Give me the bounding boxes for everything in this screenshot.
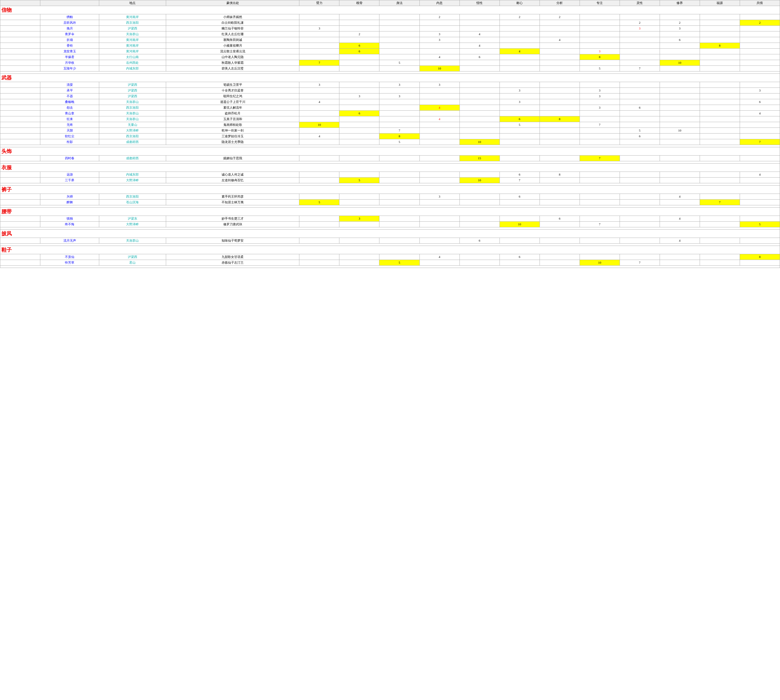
stat-共情: 6 — [740, 99, 780, 105]
item-location: 岳州西处 — [99, 60, 166, 65]
table-row: 清晏泸梁西笔砚生卫景平333 — [0, 82, 780, 88]
stat-共情 — [740, 105, 780, 110]
stat-内息 — [420, 48, 460, 54]
stat-悟性 — [460, 20, 500, 25]
stat-臂力 — [299, 93, 339, 99]
stat-专注 — [580, 31, 620, 37]
item-name: 挽月 — [40, 25, 99, 31]
item-name: 怜芳草 — [40, 260, 99, 265]
row-index — [0, 139, 40, 145]
stat-内息 — [420, 221, 460, 227]
stat-耐心 — [500, 43, 540, 48]
item-source: 塞陶朱田则诚 — [166, 37, 299, 43]
stat-臂力: 4 — [299, 133, 339, 139]
stat-共情 — [740, 25, 780, 31]
stat-内息: 3 — [420, 82, 460, 88]
stat-灵性 — [620, 43, 660, 48]
row-index — [0, 238, 40, 243]
table-row: 青罗伞关洛群山红美人左丘红珊234 — [0, 31, 780, 37]
stat-根骨: 3 — [339, 216, 379, 221]
stat-耐心: 3 — [500, 99, 540, 105]
stat-福源 — [700, 193, 740, 199]
stat-共情: 8 — [740, 254, 780, 260]
stat-福源 — [700, 37, 740, 43]
row-index — [0, 37, 40, 43]
stat-专注: 3 — [580, 48, 620, 54]
stat-内息 — [420, 20, 460, 25]
stat-耐心: 6 — [500, 172, 540, 177]
stat-共情 — [740, 260, 780, 265]
item-location: 关洛群山 — [99, 99, 166, 105]
stat-悟性 — [460, 110, 500, 116]
stat-专注 — [580, 20, 620, 25]
stat-内息 — [420, 216, 460, 221]
stat-悟性: 4 — [460, 43, 500, 48]
stat-悟性 — [460, 82, 500, 88]
stat-灵性 — [620, 221, 660, 227]
stat-分析 — [540, 221, 580, 227]
stat-福源 — [700, 105, 740, 110]
stat-悟性 — [460, 37, 500, 43]
item-name: 怨去 — [40, 105, 99, 110]
stat-根骨 — [339, 20, 379, 25]
stat-专注: 8 — [580, 54, 620, 60]
stat-根骨 — [339, 37, 379, 43]
stat-福源 — [700, 60, 740, 65]
row-index — [0, 31, 40, 37]
item-name: 桑榆晚 — [40, 99, 99, 105]
stat-悟性 — [460, 133, 500, 139]
stat-修养 — [660, 88, 700, 93]
stat-悟性 — [460, 172, 500, 177]
stat-共情: 4 — [740, 172, 780, 177]
stat-内息 — [420, 88, 460, 93]
column-header-10: 分析 — [540, 0, 580, 6]
item-name: 清晏 — [40, 82, 99, 88]
stat-灵性: 7 — [620, 260, 660, 265]
item-source: 玉真子言清和 — [166, 116, 299, 122]
stat-身法 — [379, 116, 420, 122]
item-name: 衔影 — [40, 139, 99, 145]
stat-根骨: 2 — [339, 31, 379, 37]
stat-悟性 — [460, 216, 500, 221]
table-row: 流月无声关洛群山知味仙子荀梦安64 — [0, 238, 780, 243]
stat-臂力 — [299, 155, 339, 161]
row-index — [0, 82, 40, 88]
table-row: 怨去西京洛阳素弦人解流年436 — [0, 105, 780, 110]
stat-修养 — [660, 122, 700, 128]
stat-修养 — [660, 177, 700, 183]
table-row: 软红尘西京洛阳三途梦姑任冷玉486 — [0, 133, 780, 139]
stat-分析 — [540, 60, 580, 65]
stat-耐心 — [500, 25, 540, 31]
stat-灵性 — [620, 177, 660, 183]
table-row: 折扇黄河南岸塞陶朱田则诚346 — [0, 37, 780, 43]
item-source: 鬼画师桓处歌 — [166, 122, 299, 128]
section-row-武器: 武器 — [0, 73, 780, 82]
stat-分析: 2 — [540, 14, 580, 20]
stat-分析: 4 — [540, 37, 580, 43]
section-row-衣服: 衣服 — [0, 163, 780, 172]
column-header-7: 内息 — [420, 0, 460, 6]
item-name: 无终 — [40, 122, 99, 128]
stat-修养: 3 — [660, 25, 700, 31]
item-location: 泸梁西 — [99, 25, 166, 31]
stat-分析 — [540, 122, 580, 128]
stat-根骨 — [339, 105, 379, 110]
stat-耐心: 3 — [500, 88, 540, 93]
stat-福源 — [700, 139, 740, 145]
stat-修养: 10 — [660, 60, 700, 65]
item-source: 逍遥公子上官千川 — [166, 99, 299, 105]
stat-耐心 — [500, 260, 540, 265]
stat-共情 — [740, 128, 780, 133]
stat-专注: 10 — [580, 260, 620, 265]
stat-修养 — [660, 14, 700, 20]
stat-分析 — [540, 93, 580, 99]
item-location: 大野泽畔 — [99, 128, 166, 133]
stat-臂力 — [299, 20, 339, 25]
stat-分析 — [540, 254, 580, 260]
stat-耐心 — [500, 20, 540, 25]
stat-悟性 — [460, 128, 500, 133]
stat-悟性: 15 — [460, 155, 500, 161]
stat-专注 — [580, 25, 620, 31]
stat-悟性 — [460, 48, 500, 54]
stat-身法 — [379, 199, 420, 205]
